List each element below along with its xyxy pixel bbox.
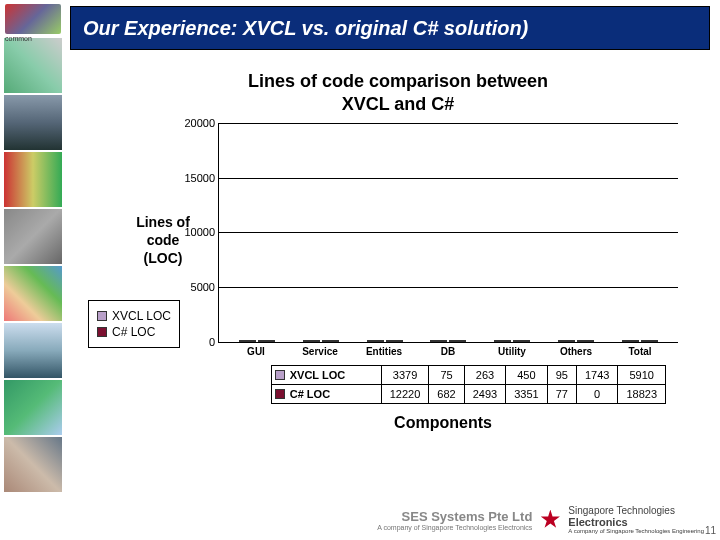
chart-legend: XVCL LOCC# LOC bbox=[88, 300, 180, 348]
bar-XVCL-LOC-Total bbox=[622, 340, 639, 342]
bar-C#-LOC-DB bbox=[449, 340, 466, 342]
footer-company1: SES Systems Pte Ltd bbox=[377, 509, 532, 524]
chart-container: Lines of code comparison betweenXVCL and… bbox=[118, 70, 678, 470]
bar-XVCL-LOC-GUI bbox=[239, 340, 256, 342]
thumb-1 bbox=[4, 38, 62, 93]
thumb-4 bbox=[4, 209, 62, 264]
thumb-6 bbox=[4, 323, 62, 378]
thumb-5 bbox=[4, 266, 62, 321]
thumb-3 bbox=[4, 152, 62, 207]
x-axis-label: Components bbox=[208, 414, 678, 432]
sidebar-thumbnails bbox=[0, 0, 66, 540]
chart-data-table: XVCL LOC3379752634509517435910C# LOC1222… bbox=[271, 365, 666, 404]
bar-C#-LOC-Others bbox=[577, 340, 594, 342]
chart-title: Lines of code comparison betweenXVCL and… bbox=[118, 70, 678, 117]
thumb-8 bbox=[4, 437, 62, 492]
bar-XVCL-LOC-Utility bbox=[494, 340, 511, 342]
footer-logos: SES Systems Pte Ltd A company of Singapo… bbox=[377, 505, 704, 534]
bar-XVCL-LOC-DB bbox=[430, 340, 447, 342]
page-number: 11 bbox=[705, 525, 716, 536]
bar-C#-LOC-Service bbox=[322, 340, 339, 342]
bar-C#-LOC-Utility bbox=[513, 340, 530, 342]
st-star-icon bbox=[540, 510, 560, 530]
footer-company2b: Electronics bbox=[568, 516, 704, 528]
common-logo bbox=[5, 4, 61, 34]
bar-XVCL-LOC-Others bbox=[558, 340, 575, 342]
slide-title-bar: Our Experience: XVCL vs. original C# sol… bbox=[70, 6, 710, 50]
footer-company1-sub: A company of Singapore Technologies Elec… bbox=[377, 524, 532, 531]
y-axis-label: Lines of code(LOC) bbox=[118, 213, 208, 268]
chart-plot-area: 05000100001500020000 bbox=[218, 123, 678, 343]
bar-C#-LOC-GUI bbox=[258, 340, 275, 342]
x-axis-ticks: GUIServiceEntitiesDBUtilityOthersTotal bbox=[218, 343, 678, 357]
bar-XVCL-LOC-Service bbox=[303, 340, 320, 342]
bar-C#-LOC-Entities bbox=[386, 340, 403, 342]
bar-XVCL-LOC-Entities bbox=[367, 340, 384, 342]
bar-C#-LOC-Total bbox=[641, 340, 658, 342]
slide-title: Our Experience: XVCL vs. original C# sol… bbox=[83, 17, 528, 40]
footer-company2-sub: A company of Singapore Technologies Engi… bbox=[568, 528, 704, 534]
thumb-7 bbox=[4, 380, 62, 435]
footer-company2a: Singapore Technologies bbox=[568, 505, 704, 516]
thumb-2 bbox=[4, 95, 62, 150]
